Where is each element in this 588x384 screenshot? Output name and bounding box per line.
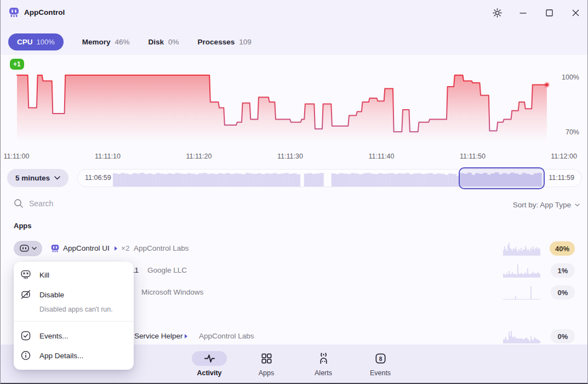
cpu-percent-badge: 40% [550, 241, 575, 256]
x-axis-tick: 11:12:00 [539, 153, 588, 160]
appcontrol-window: AppControl [0, 0, 588, 384]
x-axis-ticks: 11:11:0011:11:1011:11:2011:11:3011:11:40… [1, 153, 588, 161]
time-range-select[interactable]: 5 minutes [7, 169, 68, 187]
instance-count: ×2 [121, 244, 129, 252]
nav-item-alerts[interactable]: Alerts [299, 351, 348, 380]
x-axis-tick: 11:11:30 [266, 153, 315, 160]
y-axis-tick-70: 70% [566, 128, 579, 136]
y-axis-tick-100: 100% [562, 74, 579, 81]
menu-item-events[interactable]: Events... [14, 326, 134, 346]
search-bar[interactable] [14, 199, 237, 208]
context-menu: Kill Disable Disabled apps can't run. Ev… [14, 262, 134, 370]
menu-item-kill[interactable]: Kill [14, 265, 134, 285]
overflow-count-badge: +1 [10, 59, 24, 70]
cpu-percent-badge: 0% [551, 285, 575, 300]
alerts-antenna-icon [317, 352, 330, 365]
nav-item-events[interactable]: 8 Events [356, 351, 405, 380]
events-count-icon: 8 [374, 352, 387, 365]
brand: AppControl [8, 6, 65, 18]
row-actions-button[interactable] [14, 241, 42, 256]
x-axis-tick: 11:11:00 [0, 153, 41, 160]
skull-icon [20, 269, 31, 280]
info-icon [20, 350, 31, 361]
gear-icon [492, 8, 503, 18]
disable-note: Disabled apps can't run. [14, 304, 134, 319]
cpu-percent-badge: 0% [551, 329, 575, 343]
app-publisher: Microsoft Windows [141, 288, 203, 296]
events-badge-count: 8 [379, 356, 382, 362]
robot-icon [20, 245, 29, 252]
apps-section-title: Apps [14, 222, 32, 230]
expand-triangle-icon[interactable] [115, 246, 117, 251]
resource-tabs: CPU 100% Memory 46% Disk 0% Processes 10… [8, 33, 252, 50]
app-icon-appcontrol [50, 243, 60, 253]
disable-icon [20, 289, 31, 300]
nav-item-apps[interactable]: Apps [242, 351, 291, 380]
x-axis-tick: 11:11:10 [83, 153, 133, 160]
appcontrol-logo-icon [8, 6, 20, 18]
cpu-sparkline [503, 241, 540, 256]
timeline-start-time: 11:06:59 [85, 174, 111, 182]
events-check-icon [20, 330, 31, 341]
timeline-selection-window[interactable] [459, 167, 545, 189]
chevron-down-icon [575, 204, 580, 207]
settings-button[interactable] [489, 5, 505, 20]
tab-cpu[interactable]: CPU 100% [8, 33, 64, 50]
chevron-down-icon [32, 247, 37, 250]
chevron-down-icon [54, 176, 60, 180]
app-publisher: AppControl Labs [199, 332, 254, 340]
close-icon [572, 9, 579, 16]
maximize-icon [546, 9, 553, 16]
menu-item-app-details[interactable]: App Details... [14, 346, 134, 365]
cpu-history-chart [1, 70, 588, 143]
menu-item-disable[interactable]: Disable [14, 285, 134, 304]
app-publisher: AppControl Labs [134, 244, 189, 252]
cpu-percent-badge: 1% [551, 263, 575, 278]
activity-pulse-icon [203, 352, 216, 365]
nav-item-activity[interactable]: Activity [185, 351, 234, 380]
apps-grid-icon [260, 352, 273, 365]
timeline-end-time: 11:11:59 [549, 174, 574, 182]
minimize-button[interactable] [515, 5, 531, 20]
close-button[interactable] [567, 5, 584, 20]
tab-processes[interactable]: Processes 109 [198, 38, 252, 46]
tab-disk[interactable]: Disk 0% [149, 38, 179, 46]
app-name: AppControl UI [63, 244, 110, 252]
search-icon [14, 199, 24, 208]
cpu-sparkline [503, 329, 540, 343]
minimize-icon [520, 9, 527, 16]
app-name: Service Helper [134, 332, 183, 340]
cpu-sparkline [503, 263, 540, 278]
x-axis-tick: 11:11:40 [357, 153, 406, 160]
app-row-appcontrol-ui[interactable]: AppControl UI ×2 AppControl Labs 40% [1, 238, 588, 259]
expand-triangle-icon[interactable] [185, 334, 187, 338]
x-axis-tick: 11:11:50 [448, 153, 498, 160]
search-input[interactable] [29, 199, 237, 208]
menu-divider [14, 321, 134, 321]
cpu-sparkline [503, 285, 540, 300]
maximize-button[interactable] [541, 5, 557, 20]
x-axis-tick: 11:11:20 [174, 153, 224, 160]
tab-memory[interactable]: Memory 46% [82, 38, 130, 46]
sort-by-dropdown[interactable]: Sort by: App Type [513, 201, 580, 209]
timeline-selection-chart [459, 170, 541, 186]
app-title: AppControl [24, 8, 65, 16]
app-publisher: Google LLC [147, 266, 187, 274]
